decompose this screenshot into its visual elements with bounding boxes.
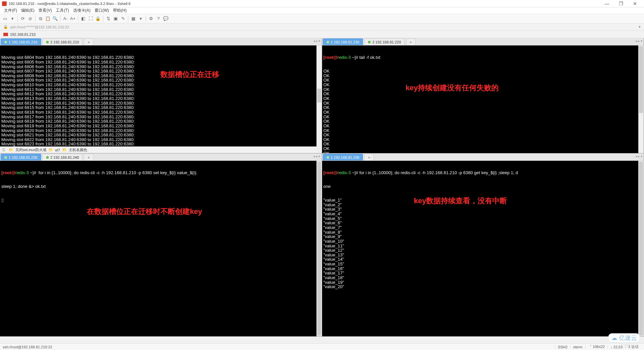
tab-nav-arrows[interactable]: ◂ ▸ ▾ — [313, 39, 320, 43]
tab-bl-2[interactable]: 2 192.168.81.240 — [42, 154, 83, 160]
menu-view[interactable]: 查看(V) — [36, 8, 54, 13]
scrollbar[interactable] — [316, 45, 322, 153]
terminal-top-right[interactable]: [root@redis-3 ~]# tail -f ok.txt OKOKOKO… — [322, 45, 644, 153]
pane-tl-toolbar: ☰ 📁 关闭seLinux防火墙 📁 el7 📁 主机名颜色 — [0, 146, 322, 153]
folder-icon[interactable]: 📁 — [62, 148, 67, 152]
address-text: ssh://root:******@192.168.81.210:22 — [10, 25, 69, 29]
close-button[interactable]: ✕ — [628, 1, 642, 6]
menu-help[interactable]: 帮助(H) — [111, 8, 129, 13]
terminal-bottom-right[interactable]: [root@redis-3 ~]# for i in {1..10000}; d… — [322, 161, 644, 336]
menu-tools[interactable]: 工具(T) — [54, 8, 71, 13]
sessiontab-bar: 192.168.81.210 — [0, 31, 644, 38]
menu-edit[interactable]: 编辑(E) — [19, 8, 36, 13]
addressbar[interactable]: 🔒 ssh://root:******@192.168.81.210:22 ▾ — [0, 23, 644, 31]
pane-bl-tabs: 1 192.168.81.230 2 192.168.81.240 + ◂ ▸ … — [0, 153, 322, 161]
tab-nav-arrows[interactable]: ◂ ▸ ▾ — [313, 154, 320, 158]
search-icon[interactable]: 🔍 — [52, 16, 58, 22]
scroll-thumb[interactable] — [317, 161, 321, 336]
tab-nav-arrows[interactable]: ◂ ▸ ▾ — [635, 154, 642, 158]
pane-tl-tabs: 1 192.168.81.210 2 192.168.81.210 + ◂ ▸ … — [0, 38, 322, 45]
tab-tr-1[interactable]: 1 192.168.81.230 — [323, 38, 363, 45]
pane-top-right: 1 192.168.81.230 2 192.168.81.220 + ◂ ▸ … — [322, 38, 644, 153]
tab-label: 1 192.168.81.210 — [9, 40, 37, 44]
fullscreen-icon[interactable]: ⛶ — [88, 16, 94, 22]
tab-br-add[interactable]: + — [364, 154, 374, 160]
newwin-icon[interactable]: ▣ — [113, 16, 119, 22]
tab-tr-add[interactable]: + — [406, 38, 415, 45]
app-icon — [2, 1, 7, 6]
scroll-thumb[interactable] — [639, 46, 643, 113]
scroll-thumb[interactable] — [639, 161, 643, 336]
scroll-thumb[interactable] — [317, 89, 321, 103]
annotation-bl: 在数据槽位正在迁移时不断创建key — [87, 208, 202, 215]
status-ssh: SSH2 — [555, 345, 570, 349]
tool-item-1[interactable]: 关闭seLinux防火墙 — [15, 147, 46, 152]
lock-icon[interactable]: 🔒 — [95, 16, 101, 22]
tab-bl-1[interactable]: 1 192.168.81.230 — [1, 154, 41, 160]
help-icon[interactable]: ? — [155, 16, 161, 22]
copy-icon[interactable]: ⧉ — [37, 16, 43, 22]
maximize-button[interactable]: ❐ — [614, 1, 628, 6]
plus-icon: + — [410, 40, 412, 44]
menu-window[interactable]: 窗口(W) — [93, 8, 111, 13]
status-left: ssh://root@192.168.81.210:22 — [3, 345, 52, 349]
tab-label: 2 192.168.81.210 — [50, 40, 79, 44]
minimize-button[interactable]: — — [600, 1, 614, 6]
settings-icon[interactable]: ⚙ — [148, 16, 154, 22]
pane-top-left: 1 192.168.81.210 2 192.168.81.210 + ◂ ▸ … — [0, 38, 322, 153]
address-dropdown-icon[interactable]: ▾ — [639, 25, 641, 29]
session-label[interactable]: 192.168.81.210 — [10, 32, 39, 36]
titlebar: 192.168.81.210 - root@redis-1:/data/redi… — [0, 0, 644, 7]
menu-tabs[interactable]: 选项卡(A) — [71, 8, 93, 13]
folder-icon[interactable]: 📁 — [9, 148, 13, 152]
tile-icon[interactable]: ▦ — [130, 16, 136, 22]
script-icon[interactable]: ✎ — [120, 16, 126, 22]
new-session-icon[interactable]: ▭ — [2, 16, 8, 22]
terminal-bottom-left[interactable]: [root@redis-3 ~]# for i in {1..10000}; d… — [0, 161, 322, 336]
open-icon[interactable]: ▾ — [9, 16, 15, 22]
disconnect-icon[interactable]: ⊘ — [27, 16, 33, 22]
annotation-tr: key持续创建没有任何失败的 — [406, 84, 499, 92]
font-decrease-icon[interactable]: A- — [62, 16, 69, 22]
annotation-br: key数据持续查看，没有中断 — [414, 197, 507, 205]
tab-label: 2 192.168.81.220 — [372, 40, 401, 44]
chat-icon[interactable]: 💬 — [163, 16, 169, 22]
scrollbar[interactable] — [638, 45, 644, 153]
tool-item-3[interactable]: 主机名颜色 — [69, 147, 87, 152]
pane-bottom-right: 1 192.168.81.230 + ◂ ▸ ▾ [root@redis-3 ~… — [322, 153, 644, 337]
pane-bottom-left: 1 192.168.81.230 2 192.168.81.240 + ◂ ▸ … — [0, 153, 322, 337]
plus-icon: + — [88, 40, 90, 44]
tab-tl-add[interactable]: + — [84, 38, 93, 45]
pane-tr-tabs: 1 192.168.81.230 2 192.168.81.220 + ◂ ▸ … — [322, 38, 644, 45]
annotation-tl: 数据槽位正在迁移 — [160, 71, 219, 78]
tab-tr-2[interactable]: 2 192.168.81.220 — [364, 38, 405, 45]
tab-tl-2[interactable]: 2 192.168.81.210 — [42, 38, 83, 45]
scrollbar[interactable] — [316, 161, 322, 336]
panes: 1 192.168.81.210 2 192.168.81.210 + ◂ ▸ … — [0, 38, 644, 337]
pane-br-tabs: 1 192.168.81.230 + ◂ ▸ ▾ — [322, 153, 644, 161]
reconnect-icon[interactable]: ⟳ — [20, 16, 26, 22]
tab-bl-add[interactable]: + — [84, 154, 93, 160]
tab-tl-1[interactable]: 1 192.168.81.210 — [1, 38, 41, 45]
watermark-cloud: ☁ 亿速云 — [608, 333, 640, 343]
folder-icon[interactable]: 📁 — [48, 148, 53, 152]
colorscheme-icon[interactable]: ◧ — [80, 16, 86, 22]
terminal-top-left[interactable]: Moving slot 6804 from 192.168.81.240:639… — [0, 45, 322, 146]
tool-item-2[interactable]: el7 — [55, 148, 60, 152]
status-term: xterm — [570, 345, 585, 349]
statusbar: ssh://root@192.168.81.210:22 SSH2 xterm … — [0, 343, 644, 350]
scrollbar[interactable] — [638, 161, 644, 336]
tab-label: 2 192.168.81.240 — [50, 155, 79, 159]
session-flag-icon — [3, 33, 8, 36]
tab-nav-arrows[interactable]: ◂ ▸ ▾ — [635, 39, 642, 43]
tab-br-1[interactable]: 1 192.168.81.230 — [323, 154, 363, 160]
window-title: 192.168.81.210 - root@redis-1:/data/redi… — [9, 2, 600, 6]
paste-icon[interactable]: 📋 — [45, 16, 51, 22]
list-icon[interactable]: ☰ — [2, 148, 7, 152]
lock-icon: 🔒 — [3, 25, 8, 29]
font-increase-icon[interactable]: A+ — [70, 16, 76, 22]
watermark-csdn: CSDN — [621, 343, 634, 349]
transfer-icon[interactable]: ⇅ — [105, 16, 111, 22]
dropdown-icon[interactable]: ▾ — [138, 16, 144, 22]
menu-file[interactable]: 文件(F) — [2, 8, 19, 13]
